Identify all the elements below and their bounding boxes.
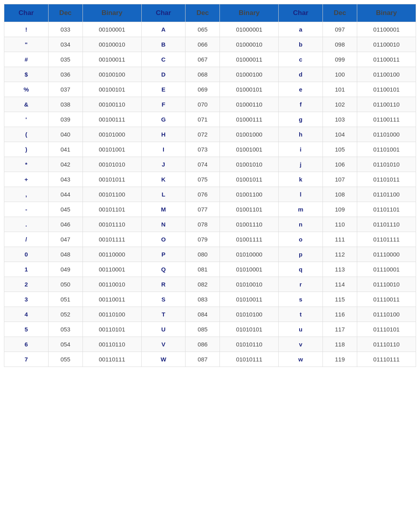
cell-char: h	[279, 127, 323, 142]
cell-char: F	[141, 97, 186, 112]
cell-dec: 038	[48, 97, 82, 112]
table-row: 004800110000P08001010000p11201110000	[4, 247, 416, 262]
cell-bin: 01110111	[357, 352, 416, 367]
cell-bin: 01101011	[357, 172, 416, 187]
cell-dec: 078	[186, 217, 220, 232]
cell-dec: 044	[48, 187, 82, 202]
cell-bin: 01101000	[357, 127, 416, 142]
cell-dec: 054	[48, 337, 82, 352]
cell-bin: 01110110	[357, 337, 416, 352]
cell-char: m	[279, 202, 323, 217]
cell-dec: 041	[48, 142, 82, 157]
cell-char: &	[4, 97, 49, 112]
cell-char: /	[4, 232, 49, 247]
header-bin-2: Binary	[220, 4, 279, 22]
cell-char: l	[279, 187, 323, 202]
table-row: )04100101001I07301001001i10501101001	[4, 142, 416, 157]
cell-dec: 050	[48, 277, 82, 292]
cell-bin: 00101011	[82, 172, 141, 187]
cell-char: $	[4, 67, 49, 82]
cell-dec: 048	[48, 247, 82, 262]
cell-dec: 099	[323, 52, 357, 67]
cell-bin: 01110011	[357, 292, 416, 307]
cell-bin: 01010011	[220, 292, 279, 307]
cell-dec: 087	[186, 352, 220, 367]
header-bin-3: Binary	[357, 4, 416, 22]
cell-char: I	[141, 142, 186, 157]
cell-bin: 01100011	[357, 52, 416, 67]
cell-bin: 00101010	[82, 157, 141, 172]
cell-bin: 00101100	[82, 187, 141, 202]
cell-char: 1	[4, 262, 49, 277]
cell-dec: 103	[323, 112, 357, 127]
header-dec-2: Dec	[186, 4, 220, 22]
cell-dec: 073	[186, 142, 220, 157]
cell-bin: 00100010	[82, 37, 141, 52]
cell-dec: 080	[186, 247, 220, 262]
header-dec-1: Dec	[48, 4, 82, 22]
cell-char: 6	[4, 337, 49, 352]
cell-char: ,	[4, 187, 49, 202]
cell-char: H	[141, 127, 186, 142]
cell-char: C	[141, 52, 186, 67]
cell-char: O	[141, 232, 186, 247]
header-row: Char Dec Binary Char Dec Binary Char Dec…	[4, 4, 416, 22]
cell-char: T	[141, 307, 186, 322]
cell-dec: 071	[186, 112, 220, 127]
cell-bin: 01100101	[357, 82, 416, 97]
table-row: -04500101101M07701001101m10901101101	[4, 202, 416, 217]
cell-dec: 110	[323, 217, 357, 232]
table-row: 205000110010R08201010010r11401110010	[4, 277, 416, 292]
cell-bin: 01000010	[220, 37, 279, 52]
cell-dec: 072	[186, 127, 220, 142]
cell-bin: 01100010	[357, 37, 416, 52]
table-row: "03400100010B06601000010b09801100010	[4, 37, 416, 52]
cell-bin: 01010111	[220, 352, 279, 367]
cell-char: o	[279, 232, 323, 247]
cell-char: %	[4, 82, 49, 97]
cell-dec: 086	[186, 337, 220, 352]
cell-bin: 00101110	[82, 217, 141, 232]
cell-bin: 00100001	[82, 22, 141, 37]
cell-dec: 105	[323, 142, 357, 157]
cell-dec: 065	[186, 22, 220, 37]
cell-char: p	[279, 247, 323, 262]
cell-dec: 085	[186, 322, 220, 337]
cell-char: R	[141, 277, 186, 292]
table-row: +04300101011K07501001011k10701101011	[4, 172, 416, 187]
cell-char: *	[4, 157, 49, 172]
cell-char: 4	[4, 307, 49, 322]
cell-char: N	[141, 217, 186, 232]
header-char-2: Char	[141, 4, 186, 22]
cell-dec: 075	[186, 172, 220, 187]
cell-char: S	[141, 292, 186, 307]
table-row: 405200110100T08401010100t11601110100	[4, 307, 416, 322]
cell-bin: 01010010	[220, 277, 279, 292]
cell-char: f	[279, 97, 323, 112]
cell-bin: 00101101	[82, 202, 141, 217]
cell-dec: 104	[323, 127, 357, 142]
cell-char: -	[4, 202, 49, 217]
cell-dec: 046	[48, 217, 82, 232]
header-bin-1: Binary	[82, 4, 141, 22]
cell-dec: 043	[48, 172, 82, 187]
cell-char: K	[141, 172, 186, 187]
cell-bin: 01000111	[220, 112, 279, 127]
header-char-3: Char	[279, 4, 323, 22]
cell-bin: 01101101	[357, 202, 416, 217]
cell-char: k	[279, 172, 323, 187]
cell-dec: 069	[186, 82, 220, 97]
cell-char: G	[141, 112, 186, 127]
cell-dec: 070	[186, 97, 220, 112]
table-row: &03800100110F07001000110f10201100110	[4, 97, 416, 112]
cell-dec: 097	[323, 22, 357, 37]
cell-bin: 01010101	[220, 322, 279, 337]
cell-dec: 116	[323, 307, 357, 322]
cell-dec: 107	[323, 172, 357, 187]
cell-char: s	[279, 292, 323, 307]
cell-dec: 068	[186, 67, 220, 82]
cell-bin: 01100111	[357, 112, 416, 127]
cell-dec: 118	[323, 337, 357, 352]
cell-bin: 00110101	[82, 322, 141, 337]
cell-char: D	[141, 67, 186, 82]
